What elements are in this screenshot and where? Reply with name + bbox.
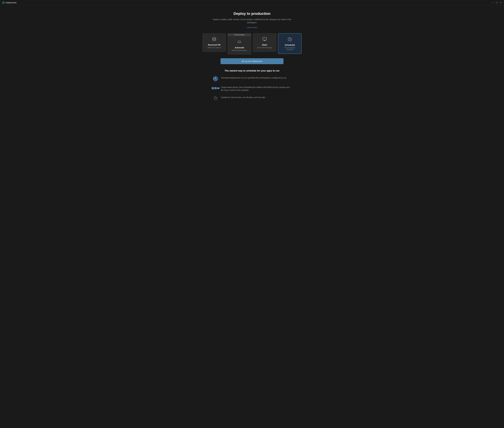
scheduling-text: Scheduled deployments run at a specified…	[221, 76, 287, 79]
features-title: The easiest way to schedule for your app…	[213, 69, 291, 72]
feature-pricing: Usage-based pricing. Each scheduled job …	[213, 85, 291, 92]
card-wrapper-reserved-vm: Reserved VM Always On Servers	[202, 33, 226, 52]
card-wrapper-static: Static Easy client-side apps	[253, 33, 276, 52]
title-bar-controls	[492, 1, 502, 4]
hero-title: Deploy to production	[211, 12, 293, 16]
main-content: Deploy to production Deploy a stable, pu…	[0, 5, 504, 428]
reserved-vm-title: Reserved VM	[208, 44, 220, 46]
svg-point-2	[2, 3, 3, 3]
card-autoscale[interactable]: Autoscale Meet demand exactly	[228, 36, 251, 55]
scheduling-icon: V	[213, 76, 218, 82]
feature-usecases: Suitable for internal tools, one-off tas…	[213, 95, 291, 101]
pricing-text: Usage-based pricing. Each scheduled job …	[221, 85, 291, 92]
autoscale-subtitle: Meet demand exactly	[232, 49, 247, 51]
app-title: Deployments	[6, 1, 17, 4]
svg-point-1	[3, 1, 4, 2]
static-subtitle: Easy client-side apps	[257, 47, 272, 49]
database-icon	[212, 37, 217, 42]
static-title: Static	[262, 44, 267, 46]
pricing-bars-icon	[212, 87, 219, 89]
learn-more-link[interactable]: Learn more	[247, 26, 257, 28]
hero-section: Deploy to production Deploy a stable, pu…	[211, 12, 293, 29]
clock-icon	[287, 37, 292, 42]
reserved-vm-subtitle: Always On Servers	[207, 47, 221, 49]
card-wrapper-scheduled: Scheduled Time-based job scheduler	[278, 33, 302, 54]
card-reserved-vm[interactable]: Reserved VM Always On Servers	[202, 33, 226, 52]
monitor-icon	[262, 37, 267, 42]
svg-point-3	[4, 3, 4, 3]
feature-scheduling: V Scheduled deployments run at a specifi…	[213, 76, 291, 82]
hero-description: Deploy a stable, public version of your …	[211, 18, 293, 24]
title-bar: Deployments	[0, 0, 504, 5]
svg-point-5	[213, 37, 216, 39]
card-scheduled[interactable]: Scheduled Time-based job scheduler	[278, 33, 302, 54]
setup-deployment-button[interactable]: Set up your deployment	[221, 58, 283, 64]
deployment-cards: Reserved VM Always On Servers Recommende…	[202, 33, 302, 55]
svg-rect-4	[492, 2, 494, 3]
cloud-icon	[237, 39, 242, 45]
star-icon	[213, 95, 218, 101]
minimize-button[interactable]	[492, 1, 494, 4]
usecases-text: Suitable for internal tools, one-off tas…	[221, 95, 266, 99]
expand-button[interactable]	[496, 1, 498, 4]
recommended-label: Recommended	[228, 33, 251, 36]
app-logo-icon	[2, 1, 5, 4]
svg-text:V: V	[214, 78, 215, 80]
card-static[interactable]: Static Easy client-side apps	[253, 33, 276, 52]
svg-rect-6	[263, 38, 266, 40]
card-wrapper-autoscale: Recommended Autoscale Meet demand exactl…	[228, 33, 251, 55]
scheduled-title: Scheduled	[285, 44, 295, 46]
pricing-icon	[213, 85, 218, 91]
scheduled-subtitle: Time-based job scheduler	[281, 47, 299, 50]
autoscale-title: Autoscale	[235, 46, 244, 49]
title-bar-left: Deployments	[2, 1, 17, 4]
close-button[interactable]	[500, 1, 502, 4]
features-section: The easiest way to schedule for your app…	[213, 69, 291, 105]
